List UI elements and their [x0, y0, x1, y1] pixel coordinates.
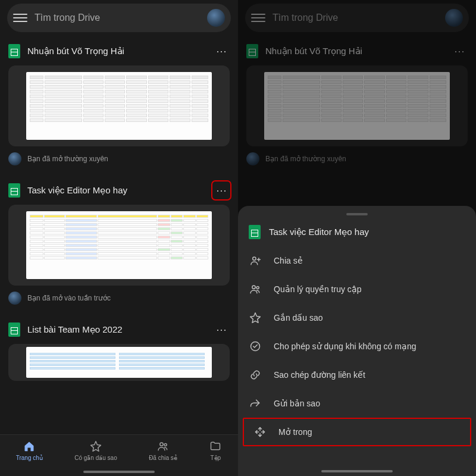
svg-point-0 [160, 443, 163, 446]
menu-icon[interactable] [251, 11, 265, 25]
menu-label: Cho phép sử dụng khi không có mạng [274, 342, 416, 351]
more-button[interactable]: ⋯ [213, 321, 230, 338]
search-bar[interactable]: Tìm trong Drive [7, 4, 231, 32]
file-header[interactable]: Nhuận bút Võ Trọng Hải ⋯ [0, 38, 238, 62]
home-indicator [321, 470, 393, 472]
file-title: Nhuận bút Võ Trọng Hải [265, 46, 444, 57]
star-icon [89, 440, 102, 453]
home-indicator [83, 471, 155, 473]
file-item: Nhuận bút Võ Trọng Hải ⋯ [0, 38, 238, 171]
sheet-header: Task việc Editor Mẹo hay [238, 221, 476, 246]
bottom-sheet: Task việc Editor Mẹo hay Chia sẻ Quản lý… [238, 206, 476, 476]
file-header[interactable]: Nhuận bút Võ Trọng Hải ⋯ [238, 38, 476, 62]
sheets-icon [8, 183, 20, 198]
menu-copy-link[interactable]: Sao chép đường liên kết [238, 361, 476, 389]
more-button[interactable]: ⋯ [213, 182, 230, 199]
file-subrow: Bạn đã mở thường xuyên [238, 151, 476, 171]
sheet-title: Task việc Editor Mẹo hay [269, 227, 369, 237]
bottom-nav: Trang chủ Có gắn dấu sao Đã chia sẻ Tệp [0, 434, 238, 476]
menu-label: Sao chép đường liên kết [274, 370, 365, 380]
menu-star[interactable]: Gắn dấu sao [238, 303, 476, 332]
owner-avatar [8, 152, 21, 165]
more-button[interactable]: ⋯ [213, 43, 230, 60]
file-subtitle: Bạn đã mở thường xuyên [265, 155, 346, 163]
sheets-icon [249, 225, 261, 239]
person-add-icon [249, 254, 262, 267]
file-item: List bài Team Mẹo 2022 ⋯ [0, 317, 238, 381]
star-icon [249, 311, 262, 324]
sheets-icon [246, 44, 258, 58]
offline-icon [249, 340, 262, 353]
file-thumbnail[interactable] [8, 205, 230, 286]
file-header[interactable]: Task việc Editor Mẹo hay ⋯ [0, 177, 238, 201]
menu-icon[interactable] [13, 11, 27, 25]
nav-label: Trang chủ [16, 455, 43, 461]
search-placeholder: Tìm trong Drive [35, 12, 207, 23]
nav-shared[interactable]: Đã chia sẻ [149, 440, 177, 461]
forward-icon [249, 397, 262, 410]
svg-point-1 [164, 444, 167, 446]
left-screenshot: Tìm trong Drive Nhuận bút Võ Trọng Hải ⋯ [0, 0, 238, 476]
link-icon [249, 368, 262, 381]
svg-point-2 [253, 257, 256, 260]
avatar[interactable] [445, 9, 463, 27]
menu-label: Gắn dấu sao [274, 313, 323, 322]
nav-label: Có gắn dấu sao [74, 455, 117, 461]
home-icon [23, 440, 36, 453]
right-screenshot: Tìm trong Drive Nhuận bút Võ Trọng Hải ⋯ [238, 0, 476, 476]
open-in-icon [253, 425, 267, 439]
file-subtitle: Bạn đã mở thường xuyên [27, 155, 108, 163]
folder-icon [209, 440, 222, 453]
sheets-icon [8, 322, 20, 337]
file-item: Nhuận bút Võ Trọng Hải ⋯ [238, 38, 476, 171]
nav-home[interactable]: Trang chủ [16, 440, 43, 461]
people-icon [249, 283, 262, 296]
search-bar[interactable]: Tìm trong Drive [245, 4, 469, 32]
file-thumbnail[interactable] [246, 65, 468, 146]
menu-share[interactable]: Chia sẻ [238, 246, 476, 275]
file-thumbnail[interactable] [8, 344, 230, 381]
avatar[interactable] [207, 9, 225, 27]
nav-starred[interactable]: Có gắn dấu sao [74, 440, 117, 461]
file-list: Nhuận bút Võ Trọng Hải ⋯ [0, 38, 238, 476]
menu-label: Gửi bản sao [274, 399, 320, 408]
file-subtitle: Bạn đã mở vào tuần trước [27, 294, 111, 302]
nav-label: Đã chia sẻ [149, 455, 177, 461]
file-thumbnail[interactable] [8, 65, 230, 146]
file-item: Task việc Editor Mẹo hay ⋯ [0, 177, 238, 311]
menu-manage-access[interactable]: Quản lý quyền truy cập [238, 275, 476, 303]
sheet-handle[interactable] [346, 213, 368, 215]
menu-label: Quản lý quyền truy cập [274, 284, 362, 294]
nav-label: Tệp [210, 455, 221, 461]
file-subrow: Bạn đã mở thường xuyên [0, 151, 238, 171]
menu-open-in[interactable]: Mở trong [243, 418, 471, 446]
file-subrow: Bạn đã mở vào tuần trước [0, 290, 238, 311]
search-placeholder: Tìm trong Drive [273, 12, 445, 23]
owner-avatar [246, 152, 259, 165]
file-title: Nhuận bút Võ Trọng Hải [27, 46, 206, 57]
people-icon [156, 440, 170, 453]
file-header[interactable]: List bài Team Mẹo 2022 ⋯ [0, 317, 238, 340]
more-button[interactable]: ⋯ [451, 43, 468, 60]
svg-point-4 [256, 287, 259, 289]
menu-offline[interactable]: Cho phép sử dụng khi không có mạng [238, 332, 476, 361]
menu-label: Chia sẻ [274, 256, 303, 265]
owner-avatar [8, 292, 21, 305]
nav-files[interactable]: Tệp [209, 440, 222, 461]
file-title: Task việc Editor Mẹo hay [27, 185, 206, 196]
file-title: List bài Team Mẹo 2022 [27, 324, 206, 335]
menu-send-copy[interactable]: Gửi bản sao [238, 389, 476, 418]
sheets-icon [8, 44, 20, 58]
menu-label: Mở trong [278, 427, 312, 437]
svg-point-3 [252, 286, 255, 289]
